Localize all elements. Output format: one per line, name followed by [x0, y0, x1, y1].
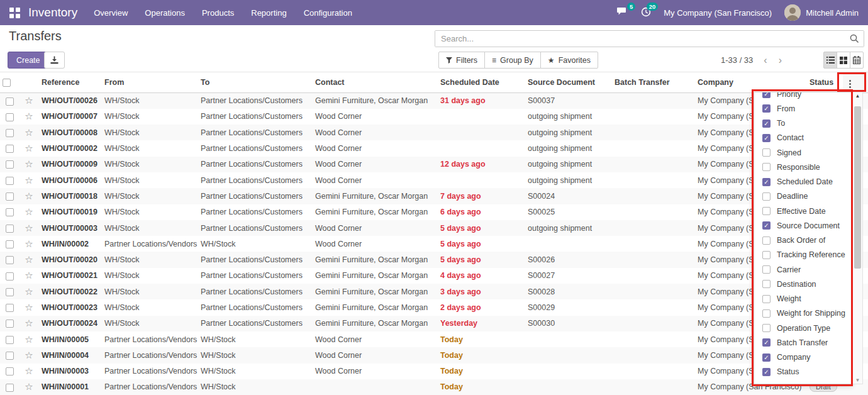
checked-checkbox-icon[interactable]: ✓	[762, 134, 771, 142]
table-row[interactable]: ☆ WH/OUT/00023 WH/Stock Partner Location…	[0, 299, 868, 315]
column-option-destination[interactable]: Destination	[754, 277, 852, 291]
checked-checkbox-icon[interactable]: ✓	[762, 120, 771, 128]
table-row[interactable]: ☆ WH/OUT/00024 WH/Stock Partner Location…	[0, 316, 868, 331]
kanban-view-button[interactable]	[837, 52, 850, 69]
nav-item-reporting[interactable]: Reporting	[251, 8, 286, 18]
unchecked-checkbox-icon[interactable]	[762, 236, 771, 245]
row-checkbox[interactable]	[6, 97, 14, 106]
header-scheduled-date[interactable]: Scheduled Date	[438, 72, 525, 93]
header-from[interactable]: From	[102, 72, 198, 93]
company-switcher[interactable]: My Company (San Francisco)	[664, 8, 772, 18]
table-row[interactable]: ☆ WH/OUT/00021 WH/Stock Partner Location…	[0, 268, 868, 284]
table-row[interactable]: ☆ WH/OUT/00022 WH/Stock Partner Location…	[0, 284, 868, 299]
search-input[interactable]	[435, 31, 864, 47]
column-option-signed[interactable]: Signed	[754, 145, 852, 160]
table-row[interactable]: ☆ WH/OUT/00002 WH/Stock Partner Location…	[0, 140, 868, 156]
table-row[interactable]: ☆ WH/OUT/00007 WH/Stock Partner Location…	[0, 109, 868, 125]
column-option-contact[interactable]: ✓Contact	[754, 131, 852, 145]
table-row[interactable]: ☆ WH/IN/00003 Partner Locations/Vendors …	[0, 364, 868, 379]
column-option-batch-transfer[interactable]: ✓Batch Transfer	[754, 335, 852, 350]
column-option-deadline[interactable]: Deadline	[754, 189, 852, 204]
unchecked-checkbox-icon[interactable]	[762, 280, 771, 288]
row-checkbox[interactable]	[6, 352, 14, 360]
table-row[interactable]: ☆ WH/OUT/00020 WH/Stock Partner Location…	[0, 252, 868, 267]
checked-checkbox-icon[interactable]: ✓	[762, 368, 771, 376]
table-row[interactable]: ☆ WH/OUT/00018 WH/Stock Partner Location…	[0, 188, 868, 204]
table-row[interactable]: ☆ WH/OUT/00026 WH/Stock Partner Location…	[0, 93, 868, 109]
checked-checkbox-icon[interactable]: ✓	[762, 92, 771, 98]
unchecked-checkbox-icon[interactable]	[762, 324, 771, 332]
nav-item-products[interactable]: Products	[202, 8, 234, 18]
column-option-to[interactable]: ✓To	[754, 116, 852, 131]
column-option-weight-for-shipping[interactable]: Weight for Shipping	[754, 306, 852, 321]
column-option-tracking-reference[interactable]: Tracking Reference	[754, 248, 852, 262]
row-checkbox[interactable]	[6, 288, 14, 296]
unchecked-checkbox-icon[interactable]	[762, 309, 771, 318]
row-checkbox[interactable]	[6, 240, 14, 248]
row-checkbox[interactable]	[6, 272, 14, 281]
nav-item-overview[interactable]: Overview	[94, 8, 128, 18]
checked-checkbox-icon[interactable]: ✓	[762, 221, 771, 230]
scroll-down-icon[interactable]: ▼	[853, 377, 862, 383]
unchecked-checkbox-icon[interactable]	[762, 265, 771, 274]
table-row[interactable]: ☆ WH/IN/00004 Partner Locations/Vendors …	[0, 347, 868, 363]
table-row[interactable]: ☆ WH/IN/00002 Partner Locations/Vendors …	[0, 236, 868, 252]
favorite-star-icon[interactable]: ☆	[25, 111, 33, 121]
favorite-star-icon[interactable]: ☆	[25, 175, 33, 186]
favorite-star-icon[interactable]: ☆	[25, 143, 33, 153]
table-row[interactable]: ☆ WH/OUT/00009 WH/Stock Partner Location…	[0, 157, 868, 172]
header-source-document[interactable]: Source Document	[525, 72, 612, 93]
list-view-button[interactable]	[823, 52, 837, 69]
row-checkbox[interactable]	[6, 225, 14, 233]
app-name[interactable]: Inventory	[28, 6, 77, 19]
favorite-star-icon[interactable]: ☆	[25, 238, 33, 249]
favorites-button[interactable]: ★ Favorites	[540, 52, 598, 69]
scrollbar-thumb[interactable]	[854, 106, 861, 269]
user-menu[interactable]: Mitchell Admin	[806, 8, 859, 18]
row-checkbox[interactable]	[6, 160, 14, 169]
header-status[interactable]: Status	[807, 72, 843, 93]
column-option-from[interactable]: ✓From	[754, 101, 852, 116]
favorite-star-icon[interactable]: ☆	[25, 191, 33, 201]
import-button[interactable]	[44, 52, 65, 69]
favorite-star-icon[interactable]: ☆	[25, 286, 33, 297]
favorite-star-icon[interactable]: ☆	[25, 302, 33, 313]
column-option-carrier[interactable]: Carrier	[754, 262, 852, 277]
create-button[interactable]: Create	[8, 52, 49, 69]
column-option-effective-date[interactable]: Effective Date	[754, 204, 852, 218]
messages-icon[interactable]: 5	[617, 7, 628, 18]
scroll-up-icon[interactable]: ▲	[853, 93, 862, 99]
column-option-company[interactable]: ✓Company	[754, 350, 852, 365]
row-checkbox[interactable]	[6, 367, 14, 376]
row-checkbox[interactable]	[6, 129, 14, 137]
row-checkbox[interactable]	[6, 192, 14, 201]
favorite-star-icon[interactable]: ☆	[25, 159, 33, 169]
unchecked-checkbox-icon[interactable]	[762, 207, 771, 215]
favorite-star-icon[interactable]: ☆	[25, 365, 33, 376]
pager-next-icon[interactable]: ›	[773, 55, 787, 66]
search-icon[interactable]	[850, 34, 859, 43]
optional-columns-toggle-icon[interactable]	[845, 78, 855, 90]
header-to[interactable]: To	[198, 72, 313, 93]
unchecked-checkbox-icon[interactable]	[762, 295, 771, 303]
checked-checkbox-icon[interactable]: ✓	[762, 178, 771, 186]
table-row[interactable]: ☆ WH/OUT/00019 WH/Stock Partner Location…	[0, 204, 868, 220]
favorite-star-icon[interactable]: ☆	[25, 127, 33, 138]
checked-checkbox-icon[interactable]: ✓	[762, 338, 771, 347]
header-company[interactable]: Company	[695, 72, 807, 93]
header-reference[interactable]: Reference	[39, 72, 102, 93]
unchecked-checkbox-icon[interactable]	[762, 163, 771, 171]
row-checkbox[interactable]	[6, 304, 14, 312]
table-row[interactable]: ☆ WH/OUT/00006 WH/Stock Partner Location…	[0, 172, 868, 188]
column-option-operation-type[interactable]: Operation Type	[754, 321, 852, 335]
select-all-checkbox[interactable]	[3, 79, 11, 87]
pager-previous-icon[interactable]: ‹	[758, 55, 772, 66]
table-row[interactable]: ☆ WH/OUT/00003 WH/Stock Partner Location…	[0, 220, 868, 236]
row-checkbox[interactable]	[6, 256, 14, 264]
favorite-star-icon[interactable]: ☆	[25, 254, 33, 265]
favorite-star-icon[interactable]: ☆	[25, 270, 33, 281]
table-row[interactable]: ☆ WH/IN/00005 Partner Locations/Vendors …	[0, 331, 868, 347]
user-avatar[interactable]	[784, 4, 801, 21]
header-batch-transfer[interactable]: Batch Transfer	[612, 72, 695, 93]
calendar-view-button[interactable]	[850, 52, 864, 69]
